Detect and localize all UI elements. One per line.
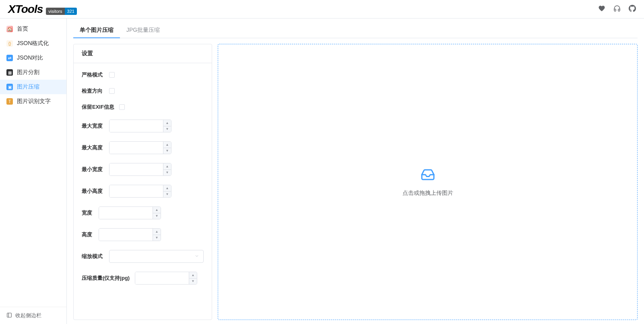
keep-exif-label: 保留EXIF信息: [82, 103, 114, 111]
visitors-badge: visitors 321: [46, 8, 77, 15]
sidebar-item-label: 首页: [17, 25, 28, 33]
json-diff-icon: ⇄: [6, 55, 13, 61]
width-field[interactable]: [99, 207, 153, 219]
stepper-down-icon[interactable]: ▼: [189, 279, 197, 285]
stepper-down-icon[interactable]: ▼: [163, 170, 171, 176]
heart-icon[interactable]: [598, 5, 605, 13]
max-height-input[interactable]: ▲▼: [109, 141, 171, 154]
scale-mode-select[interactable]: [109, 250, 204, 263]
sidebar-item-label: JSON格式化: [17, 40, 49, 47]
stepper-down-icon[interactable]: ▼: [153, 235, 161, 241]
settings-title: 设置: [74, 44, 212, 63]
quality-input[interactable]: ▲▼: [135, 272, 197, 285]
sidebar-item-label: JSON对比: [17, 54, 43, 62]
image-ocr-icon: T: [6, 98, 13, 105]
sidebar: 🏠 首页 {} JSON格式化 ⇄ JSON对比 ▦ 图片分割 ▣ 图片压缩 T: [0, 19, 67, 324]
sidebar-item-home[interactable]: 🏠 首页: [0, 22, 66, 36]
min-height-field[interactable]: [109, 185, 163, 197]
width-input[interactable]: ▲▼: [99, 206, 161, 219]
max-width-field[interactable]: [109, 120, 163, 132]
scale-mode-label: 缩放模式: [82, 253, 104, 260]
stepper-up-icon[interactable]: ▲: [163, 142, 171, 148]
tab-batch-compress[interactable]: JPG批量压缩: [120, 23, 166, 38]
min-width-field[interactable]: [109, 163, 163, 175]
height-label: 高度: [82, 231, 94, 238]
stepper-down-icon[interactable]: ▼: [163, 148, 171, 154]
stepper-up-icon[interactable]: ▲: [153, 207, 161, 213]
settings-panel: 设置 严格模式 检查方向 保留EXIF信息 最大宽度: [73, 44, 212, 320]
dropzone-text: 点击或拖拽上传图片: [402, 190, 453, 197]
sidebar-collapse[interactable]: 收起侧边栏: [0, 307, 66, 324]
github-icon[interactable]: [629, 5, 636, 13]
check-orientation-label: 检查方向: [82, 87, 104, 95]
stepper-up-icon[interactable]: ▲: [189, 272, 197, 279]
strict-mode-label: 严格模式: [82, 71, 104, 78]
sidebar-item-label: 图片识别文字: [17, 98, 51, 105]
max-width-input[interactable]: ▲▼: [109, 120, 171, 132]
image-split-icon: ▦: [6, 69, 13, 76]
stepper-up-icon[interactable]: ▲: [153, 229, 161, 235]
sidebar-item-image-compress[interactable]: ▣ 图片压缩: [0, 80, 66, 94]
stepper-up-icon[interactable]: ▲: [163, 185, 171, 192]
min-width-label: 最小宽度: [82, 166, 104, 173]
upload-dropzone[interactable]: 点击或拖拽上传图片: [218, 44, 638, 320]
sidebar-item-label: 图片分割: [17, 69, 39, 76]
quality-field[interactable]: [135, 272, 189, 284]
json-format-icon: {}: [6, 40, 13, 47]
svg-rect-0: [7, 313, 12, 317]
strict-mode-checkbox[interactable]: [109, 72, 115, 78]
min-width-input[interactable]: ▲▼: [109, 163, 171, 176]
logo[interactable]: XTools: [8, 3, 43, 16]
min-height-input[interactable]: ▲▼: [109, 185, 171, 198]
stepper-down-icon[interactable]: ▼: [163, 192, 171, 198]
chevron-down-icon: [194, 253, 199, 260]
collapse-icon: [6, 312, 12, 319]
sidebar-item-image-split[interactable]: ▦ 图片分割: [0, 65, 66, 80]
max-width-label: 最大宽度: [82, 122, 104, 130]
tab-single-compress[interactable]: 单个图片压缩: [73, 23, 120, 38]
stepper-up-icon[interactable]: ▲: [163, 120, 171, 126]
stepper-down-icon[interactable]: ▼: [163, 126, 171, 132]
keep-exif-checkbox[interactable]: [119, 104, 125, 110]
home-icon: 🏠: [6, 26, 13, 32]
max-height-label: 最大高度: [82, 144, 104, 151]
collapse-label: 收起侧边栏: [15, 312, 41, 319]
inbox-icon: [421, 167, 435, 183]
height-field[interactable]: [99, 229, 153, 241]
sidebar-item-json-diff[interactable]: ⇄ JSON对比: [0, 51, 66, 65]
check-orientation-checkbox[interactable]: [109, 88, 115, 94]
width-label: 宽度: [82, 209, 94, 217]
quality-label: 压缩质量(仅支持jpg): [82, 274, 130, 282]
stepper-down-icon[interactable]: ▼: [153, 213, 161, 219]
image-compress-icon: ▣: [6, 84, 13, 90]
height-input[interactable]: ▲▼: [99, 228, 161, 241]
max-height-field[interactable]: [109, 142, 163, 154]
main-content: 单个图片压缩 JPG批量压缩 设置 严格模式 检查方向: [67, 19, 644, 324]
stepper-up-icon[interactable]: ▲: [163, 163, 171, 170]
sidebar-item-label: 图片压缩: [17, 83, 39, 91]
sidebar-item-image-ocr[interactable]: T 图片识别文字: [0, 94, 66, 109]
min-height-label: 最小高度: [82, 188, 104, 195]
header: XTools visitors 321: [0, 0, 644, 19]
tabs: 单个图片压缩 JPG批量压缩: [73, 23, 638, 38]
headphones-icon[interactable]: [613, 5, 621, 13]
badge-label: visitors: [46, 8, 64, 15]
sidebar-item-json-format[interactable]: {} JSON格式化: [0, 36, 66, 51]
badge-value: 321: [65, 8, 77, 15]
